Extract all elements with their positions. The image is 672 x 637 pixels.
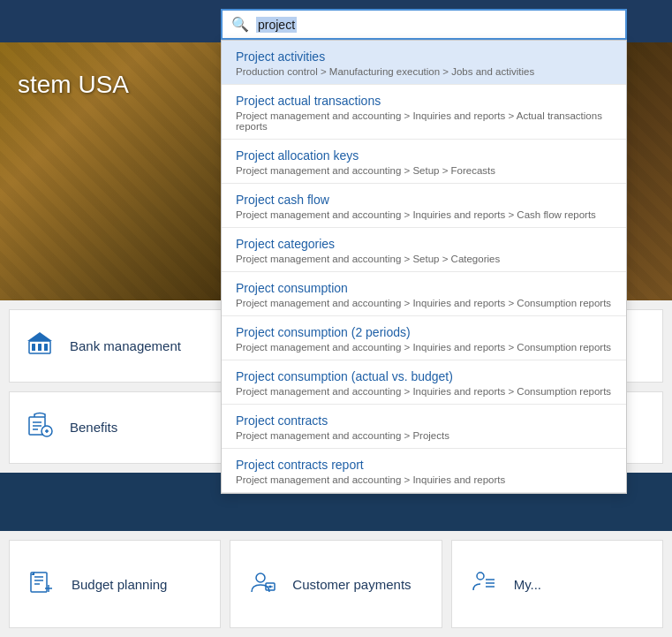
svg-point-26	[256, 573, 265, 582]
budget-planning-tile[interactable]: Budget planning	[9, 540, 221, 628]
benefits-icon	[26, 410, 57, 444]
customer-payments-tile[interactable]: Customer payments	[230, 540, 442, 628]
dropdown-item-path-8: Project management and accounting > Proj…	[236, 430, 612, 441]
dropdown-item-title-5: Project consumption	[236, 281, 612, 295]
customer-payments-icon	[248, 567, 280, 602]
dropdown-item-7[interactable]: Project consumption (actual vs. budget)P…	[222, 360, 626, 405]
my-label: My...	[514, 577, 541, 592]
dropdown-item-9[interactable]: Project contracts reportProject manageme…	[222, 449, 626, 493]
search-icon: 🔍	[231, 16, 249, 33]
dropdown-item-4[interactable]: Project categoriesProject management and…	[222, 228, 626, 272]
dropdown-item-path-5: Project management and accounting > Inqu…	[236, 298, 612, 308]
dropdown-item-path-0: Production control > Manufacturing execu…	[236, 66, 612, 77]
bank-icon	[26, 329, 57, 363]
svg-rect-3	[44, 344, 48, 351]
dropdown-item-path-6: Project management and accounting > Inqu…	[236, 342, 612, 353]
dropdown-item-path-7: Project management and accounting > Inqu…	[236, 386, 612, 397]
svg-rect-1	[32, 344, 35, 351]
dropdown-item-8[interactable]: Project contractsProject management and …	[222, 405, 626, 449]
dropdown-item-path-9: Project management and accounting > Inqu…	[236, 474, 612, 485]
svg-point-30	[477, 573, 484, 580]
budget-planning-label: Budget planning	[72, 577, 167, 592]
dropdown-item-title-2: Project allocation keys	[236, 148, 612, 163]
svg-marker-4	[27, 332, 52, 341]
dropdown-item-path-1: Project management and accounting > Inqu…	[236, 110, 612, 132]
budget-icon	[27, 567, 59, 602]
dropdown-item-title-8: Project contracts	[236, 413, 612, 428]
dropdown-item-path-3: Project management and accounting > Inqu…	[236, 209, 612, 220]
search-query[interactable]: project	[256, 17, 297, 33]
dropdown-item-6[interactable]: Project consumption (2 periods)Project m…	[222, 316, 626, 360]
search-box[interactable]: 🔍 project	[221, 9, 627, 40]
svg-point-29	[269, 585, 272, 588]
dropdown-item-title-9: Project contracts report	[236, 458, 612, 472]
bottom-tiles-area: Budget planning Customer payments My...	[0, 531, 672, 637]
dropdown-item-title-3: Project cash flow	[236, 193, 612, 207]
dropdown-item-3[interactable]: Project cash flowProject management and …	[222, 184, 626, 228]
dropdown-item-title-6: Project consumption (2 periods)	[236, 325, 612, 339]
dropdown-item-title-1: Project actual transactions	[236, 94, 612, 108]
dropdown-item-path-2: Project management and accounting > Setu…	[236, 165, 612, 176]
dropdown-item-title-0: Project activities	[236, 49, 612, 64]
benefits-label: Benefits	[70, 420, 117, 435]
search-input[interactable]: project	[256, 18, 616, 32]
bank-management-label: Bank management	[70, 338, 181, 353]
system-title: stem USA	[18, 71, 129, 99]
my-icon	[470, 567, 502, 602]
dropdown-item-5[interactable]: Project consumptionProject management an…	[222, 272, 626, 316]
dropdown-item-title-4: Project categories	[236, 237, 612, 251]
search-overlay: 🔍 project Project activitiesProduction c…	[221, 9, 627, 494]
dropdown-item-1[interactable]: Project actual transactionsProject manag…	[222, 85, 626, 140]
search-dropdown: Project activitiesProduction control > M…	[221, 40, 627, 494]
customer-payments-label: Customer payments	[292, 577, 411, 592]
dropdown-item-0[interactable]: Project activitiesProduction control > M…	[222, 41, 626, 85]
svg-rect-2	[38, 344, 42, 351]
dropdown-item-title-7: Project consumption (actual vs. budget)	[236, 369, 612, 383]
dropdown-item-path-4: Project management and accounting > Setu…	[236, 254, 612, 264]
dropdown-item-2[interactable]: Project allocation keysProject managemen…	[222, 140, 626, 184]
my-tile[interactable]: My...	[451, 540, 663, 628]
svg-rect-20	[31, 573, 47, 592]
